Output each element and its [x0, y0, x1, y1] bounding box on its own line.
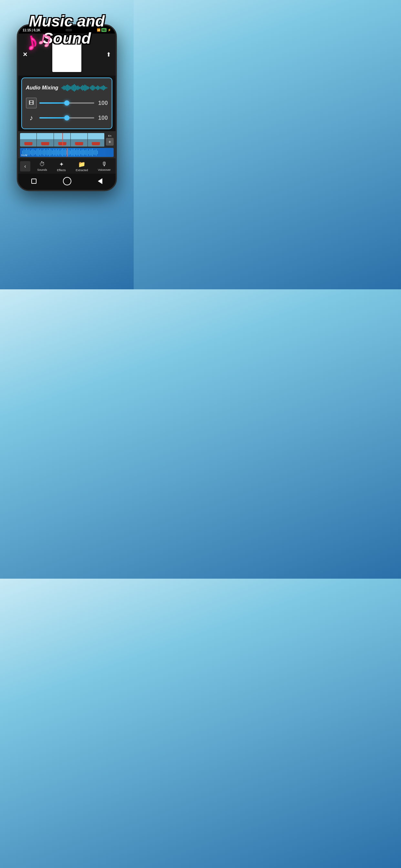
svg-rect-16 [80, 87, 81, 89]
svg-rect-14 [78, 86, 79, 90]
track-label: En [108, 134, 112, 137]
svg-rect-80 [74, 149, 74, 156]
svg-rect-47 [31, 150, 32, 155]
audio-track-label: fm,etc [21, 154, 27, 156]
svg-rect-81 [75, 150, 76, 155]
music-track-value: 100 [97, 115, 108, 121]
svg-rect-64 [53, 149, 54, 156]
timeline-area: En + [18, 131, 116, 158]
svg-rect-34 [101, 87, 101, 89]
svg-rect-69 [60, 151, 60, 154]
home-button[interactable] [63, 177, 71, 185]
svg-rect-33 [100, 87, 100, 89]
svg-rect-7 [70, 86, 70, 89]
video-slider-fill [39, 102, 67, 104]
svg-rect-97 [96, 149, 96, 156]
svg-rect-51 [36, 149, 37, 156]
nav-item-effects[interactable]: ✦ Effects [57, 161, 66, 172]
nav-item-sounds[interactable]: ⏱ Sounds [37, 161, 47, 172]
svg-rect-93 [91, 150, 91, 155]
svg-rect-83 [78, 150, 79, 155]
svg-rect-4 [66, 85, 67, 90]
add-track-button[interactable]: + [106, 138, 114, 146]
svg-rect-59 [47, 149, 48, 156]
svg-rect-95 [93, 150, 94, 155]
svg-rect-38 [105, 87, 106, 89]
voiceover-icon: 🎙 [101, 161, 107, 167]
svg-rect-27 [93, 85, 93, 90]
svg-rect-22 [87, 86, 88, 89]
svg-rect-52 [38, 149, 38, 156]
audio-track-row: fm,etc [20, 148, 114, 157]
svg-rect-61 [50, 149, 50, 156]
svg-rect-18 [82, 85, 83, 90]
svg-rect-58 [45, 150, 46, 155]
close-button[interactable]: ✕ [23, 51, 27, 58]
recent-apps-button[interactable] [31, 179, 36, 184]
svg-rect-92 [89, 149, 90, 156]
video-slider-thumb[interactable] [64, 100, 69, 105]
playhead [62, 133, 63, 147]
waveform-svg [61, 83, 108, 93]
nav-items: ⏱ Sounds ✦ Effects 📁 Extracted 🎙 Voiceov… [32, 161, 116, 172]
film-segment-2 [37, 133, 54, 147]
svg-rect-15 [79, 87, 80, 89]
svg-rect-67 [57, 150, 58, 155]
svg-rect-12 [75, 85, 76, 90]
svg-rect-13 [76, 86, 77, 89]
svg-rect-94 [92, 149, 93, 156]
music-slider-fill [39, 117, 67, 119]
svg-rect-23 [88, 87, 89, 89]
svg-rect-77 [70, 151, 71, 154]
back-nav-button[interactable] [98, 178, 102, 184]
svg-rect-0 [61, 88, 62, 89]
svg-rect-57 [44, 149, 45, 156]
svg-rect-72 [64, 150, 64, 155]
svg-rect-78 [71, 149, 72, 156]
main-container: Music and Sound ♪ ♫ 11:15 | 0,1K 📶 91 ⚡ … [0, 0, 134, 289]
svg-rect-55 [42, 151, 42, 154]
svg-rect-91 [88, 151, 89, 154]
svg-rect-50 [35, 151, 36, 154]
svg-rect-82 [76, 149, 77, 156]
nav-item-voiceover[interactable]: 🎙 Voiceover [98, 161, 111, 172]
svg-rect-10 [73, 85, 73, 91]
svg-rect-19 [84, 86, 84, 90]
svg-rect-54 [40, 149, 41, 156]
svg-rect-3 [65, 86, 66, 89]
back-button[interactable]: ‹ [20, 161, 30, 172]
svg-rect-39 [106, 88, 107, 89]
svg-rect-24 [89, 88, 90, 89]
svg-rect-68 [58, 149, 59, 156]
svg-rect-35 [102, 86, 103, 89]
music-slider-thumb[interactable] [64, 115, 69, 120]
video-slider-track[interactable] [39, 102, 94, 104]
svg-rect-90 [87, 149, 88, 156]
svg-rect-36 [103, 85, 104, 90]
voiceover-label: Voiceover [98, 168, 111, 172]
music-slider-track[interactable] [39, 117, 94, 119]
svg-rect-62 [51, 150, 51, 155]
nav-item-extracted[interactable]: 📁 Extracted [75, 161, 88, 172]
svg-rect-84 [79, 149, 80, 156]
svg-rect-53 [39, 150, 40, 155]
video-track-row: 🎞 100 [26, 97, 108, 108]
svg-rect-26 [92, 86, 92, 90]
svg-rect-46 [30, 151, 31, 154]
svg-rect-56 [43, 150, 43, 155]
svg-rect-63 [52, 151, 53, 154]
svg-rect-73 [65, 149, 66, 156]
svg-rect-11 [74, 84, 75, 92]
audio-playhead [67, 148, 67, 157]
svg-rect-76 [69, 150, 69, 155]
svg-rect-88 [84, 150, 85, 155]
upload-button[interactable]: ⬆ [106, 51, 111, 58]
svg-rect-32 [98, 86, 99, 89]
svg-rect-60 [48, 150, 49, 155]
svg-rect-29 [95, 87, 96, 89]
svg-rect-65 [55, 150, 55, 155]
svg-rect-25 [90, 87, 91, 89]
svg-rect-75 [67, 149, 68, 156]
track-controls: En + [106, 134, 114, 146]
extracted-icon: 📁 [78, 161, 85, 168]
